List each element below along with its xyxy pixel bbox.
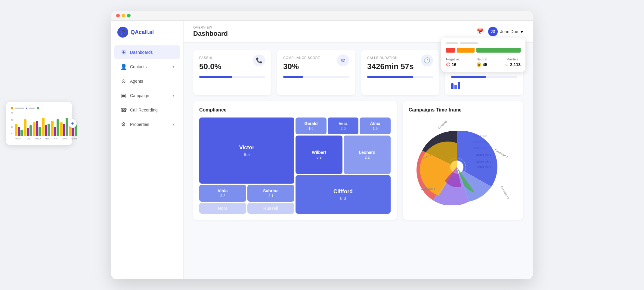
sidebar-item-campaign[interactable]: ▣ Campaign ▾ <box>114 89 180 102</box>
mini-bar-1 <box>451 83 454 89</box>
sentiment-top-bar-green <box>476 48 521 53</box>
metric-compliance-icon: ⚖ <box>337 54 349 66</box>
alma-name: Alma <box>370 121 380 126</box>
sidebar-item-contacts[interactable]: 👤 Contacts ▾ <box>114 60 180 74</box>
negative-icon: ☹ <box>446 62 450 67</box>
metric-calls-icon: 🕐 <box>421 54 433 66</box>
treemap-cell-gerald[interactable]: Gerald 1.6 <box>296 118 327 134</box>
sentiment-top-bars <box>446 48 521 53</box>
sidebar-item-call-recording[interactable]: ☎ Call Recording <box>114 103 180 117</box>
user-menu-chevron: ▾ <box>521 29 523 35</box>
sidebar-item-agents-label: Agents <box>130 79 143 84</box>
user-name: John Doe <box>500 29 518 34</box>
radial-chart: 60000 mins 50000 mins 40000 mins 30000 m… <box>415 121 511 205</box>
wilbert-value: 5.9 <box>317 155 322 160</box>
negative-label: Negative <box>446 57 459 61</box>
metric-compliance-label: COMPLIANCE SCORE <box>283 56 320 60</box>
positive-icon: ☺ <box>505 62 509 67</box>
metric-listen-bar-fill <box>451 76 486 78</box>
treemap-mid-row: Wilbert 5.9 Leonard 2.2 <box>296 136 391 174</box>
positive-label: Positive <box>505 57 521 61</box>
agents-icon: ⊙ <box>120 78 126 84</box>
sentiment-scores: Negative ☹ 16 Neutral 😐 45 <box>446 57 521 67</box>
treemap-cell-wilbert[interactable]: Wilbert 5.9 <box>296 136 342 174</box>
alma-value: 1.9 <box>373 127 378 131</box>
sabrina-name: Sabrina <box>263 188 278 193</box>
main-content: OVERVIEW Dashboard 📅 JD John Doe ▾ <box>184 21 533 279</box>
campaign-icon: ▣ <box>120 92 126 99</box>
negative-count: 16 <box>452 62 457 67</box>
metric-left: PASS % 50.0% <box>199 56 221 71</box>
treemap-left: Victor 8.5 Viola 3.2 Sabrina <box>199 118 294 214</box>
sentiment-top-bar-orange <box>457 48 475 53</box>
svg-text:Campaign 1: Campaign 1 <box>437 121 449 130</box>
sentiment-overlay: Negative ☹ 16 Neutral 😐 45 <box>441 38 525 72</box>
treemap-cell-victor[interactable]: Victor 8.5 <box>199 118 294 184</box>
nora-name: Nora <box>218 206 228 211</box>
contacts-chevron: ▾ <box>172 65 174 69</box>
metric-calls-value: 3426min 57s <box>367 62 414 71</box>
treemap-cell-alma[interactable]: Alma 1.9 <box>360 118 391 134</box>
negative-score: ☹ 16 <box>446 62 459 67</box>
neutral-score: 😐 45 <box>476 62 488 67</box>
radial-chart-container: 60000 mins 50000 mins 40000 mins 30000 m… <box>409 118 517 208</box>
positive-score: ☺ 2,113 <box>505 62 521 67</box>
treemap-cell-sabrina[interactable]: Sabrina 3.1 <box>247 185 294 202</box>
close-dot[interactable] <box>116 14 120 17</box>
clifford-value: 8.3 <box>340 196 346 201</box>
compliance-section: Compliance Victor 8.5 <box>193 101 397 220</box>
browser-dots <box>116 14 131 17</box>
logo-text: QAcall.ai <box>131 29 154 35</box>
vera-value: 2.0 <box>341 127 346 131</box>
victor-value: 8.5 <box>244 152 249 157</box>
metric-calls-left: CALLS DURATION 3426min 57s <box>367 56 414 71</box>
treemap: Victor 8.5 Viola 3.2 Sabrina <box>199 118 391 214</box>
treemap-cell-viola[interactable]: Viola 3.2 <box>199 185 246 202</box>
metric-mini-bars <box>451 80 517 89</box>
neutral-count: 45 <box>483 62 488 67</box>
leonard-name: Leonard <box>359 150 375 155</box>
svg-text:Campaign 2: Campaign 2 <box>494 148 508 158</box>
russell-name: Russell <box>263 206 278 211</box>
treemap-right: Gerald 1.6 Vera 2.0 Alma 1.9 <box>296 118 391 214</box>
calendar-icon[interactable]: 📅 <box>477 28 483 35</box>
sidebar-item-agents[interactable]: ⊙ Agents <box>114 74 180 88</box>
sidebar-item-contacts-label: Contacts <box>130 64 147 69</box>
treemap-cell-russell[interactable]: Russell <box>247 203 294 214</box>
metric-compliance-left: COMPLIANCE SCORE 30% <box>283 56 320 71</box>
treemap-row2: Viola 3.2 Sabrina 3.1 <box>199 185 294 202</box>
compliance-title: Compliance <box>199 107 391 113</box>
user-menu[interactable]: JD John Doe ▾ <box>488 27 523 36</box>
metric-pass-label: PASS % <box>199 56 221 60</box>
treemap-cell-vera[interactable]: Vera 2.0 <box>328 118 359 134</box>
treemap-cell-leonard[interactable]: Leonard 2.2 <box>344 136 391 174</box>
treemap-row3: Nora Russell <box>199 203 294 214</box>
treemap-top-row: Gerald 1.6 Vera 2.0 Alma 1.9 <box>296 118 391 134</box>
score-negative: Negative ☹ 16 <box>446 57 459 67</box>
minimize-dot[interactable] <box>122 14 125 17</box>
treemap-cell-nora[interactable]: Nora <box>199 203 246 214</box>
svg-text:Campaign 8: Campaign 8 <box>421 187 435 190</box>
app-container: 🎧 QAcall.ai ⊞ Dashboards 👤 Contacts ▾ ⊙ … <box>111 21 533 279</box>
sidebar-item-properties[interactable]: ⚙ Properties ▾ <box>114 118 180 131</box>
treemap-cell-clifford[interactable]: Clifford 8.3 <box>296 175 391 214</box>
positive-count: 2,113 <box>510 62 521 67</box>
sidebar: 🎧 QAcall.ai ⊞ Dashboards 👤 Contacts ▾ ⊙ … <box>111 21 184 279</box>
metric-compliance-bar <box>283 76 349 78</box>
metric-pass-bar-fill <box>199 76 232 78</box>
neutral-icon: 😐 <box>476 62 481 67</box>
maximize-dot[interactable] <box>127 14 131 17</box>
vera-name: Vera <box>339 121 348 126</box>
metric-calls-duration: CALLS DURATION 3426min 57s 🕐 <box>361 50 439 95</box>
viola-value: 3.2 <box>220 194 225 198</box>
metric-compliance-value: 30% <box>283 62 320 71</box>
mini-bar-3 <box>458 82 460 89</box>
clifford-name: Clifford <box>333 188 353 195</box>
header-line-2 <box>460 42 478 44</box>
sidebar-item-dashboards-label: Dashboards <box>130 50 153 55</box>
metric-card-inner-2: COMPLIANCE SCORE 30% ⚖ <box>283 56 349 71</box>
metric-pass-pct: PASS % 50.0% 📞 <box>193 50 271 95</box>
contacts-icon: 👤 <box>120 63 126 70</box>
sidebar-item-campaign-label: Campaign <box>130 93 149 98</box>
sidebar-item-dashboards[interactable]: ⊞ Dashboards <box>114 45 180 59</box>
